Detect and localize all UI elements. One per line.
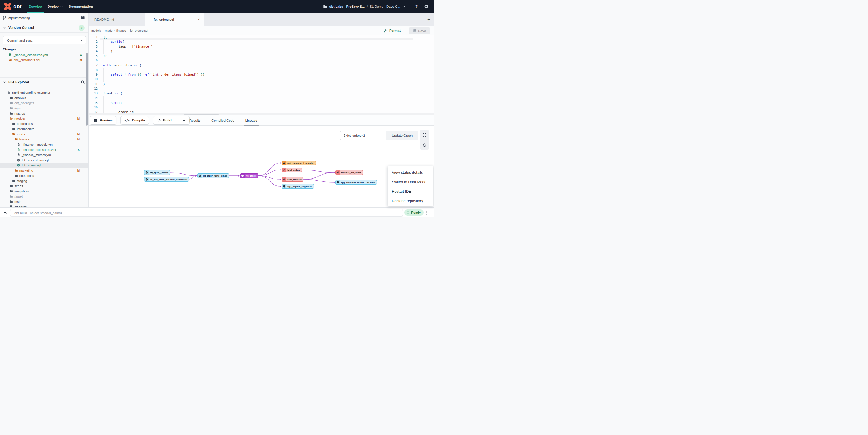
nav-item-documentation[interactable]: Documentation — [66, 0, 96, 13]
tree-item-fct_orders.sql[interactable]: fct_orders.sql — [0, 163, 88, 168]
reset-view-button[interactable] — [423, 143, 427, 147]
tree-item-analysis[interactable]: analysis — [0, 95, 88, 100]
lineage-controls — [420, 130, 429, 150]
lineage-node-int_line_items_amounts_calculated[interactable]: int_line_items_amounts_calculated — [144, 177, 189, 182]
settings-button[interactable] — [423, 3, 430, 10]
lineage-node-real_exposure_i_promise[interactable]: real_exposure_i_promise — [282, 161, 316, 165]
help-button[interactable]: ? — [413, 3, 420, 10]
code-editor[interactable]: 1234567891011121314151617 {{ config( tag… — [89, 35, 434, 113]
tree-item-label: macros — [14, 112, 25, 115]
hscrollbar-thumb[interactable] — [184, 114, 219, 115]
tree-item-snapshots[interactable]: snapshots — [0, 189, 88, 194]
close-icon[interactable]: × — [197, 17, 200, 22]
menu-item-reclone-repository[interactable]: Reclone repository — [388, 196, 433, 206]
tree-item-_finance_exposures.yml[interactable]: _finance_exposures.ymlA — [0, 147, 88, 152]
preview-button[interactable]: Preview — [90, 116, 116, 125]
nav-item-develop[interactable]: Develop — [26, 0, 45, 13]
lineage-node-stg_tpch__orders[interactable]: stg_tpch__orders — [144, 170, 170, 175]
line-number: 15 — [89, 101, 98, 105]
fullscreen-button[interactable] — [423, 133, 427, 137]
tree-item-gitignore[interactable]: gitignore — [0, 204, 88, 207]
tree-item-seeds[interactable]: seeds — [0, 183, 88, 189]
compile-button[interactable]: </>Compile — [120, 116, 149, 125]
panel-tab-compiled-code[interactable]: Compiled Code — [210, 115, 236, 126]
file-search-button[interactable] — [81, 80, 85, 84]
format-button[interactable]: Format — [383, 26, 401, 35]
account-switcher[interactable]: dbt Labs - ProServ S... / SL Demo - Dave… — [323, 5, 405, 9]
button-divider — [177, 116, 177, 125]
tree-item-fct_order_items.sql[interactable]: fct_order_items.sql — [0, 158, 88, 163]
code-line: select — [103, 101, 411, 105]
lineage-node-fct_orders[interactable]: fct_orders — [240, 173, 258, 178]
file-explorer-header[interactable]: File Explorer — [0, 77, 88, 87]
cube-icon — [240, 174, 245, 178]
panel-tab-lineage[interactable]: Lineage — [244, 115, 259, 126]
tab-fct-orders[interactable]: fct_orders.sql × — [145, 13, 205, 26]
new-tab-button[interactable]: + — [427, 13, 430, 26]
breadcrumb-marts[interactable]: marts — [105, 29, 112, 32]
menu-item-view-status-details[interactable]: View status details — [388, 168, 433, 177]
tree-item-marts[interactable]: martsM — [0, 132, 88, 137]
lineage-node-total_orders[interactable]: total_orders — [282, 168, 302, 172]
file-icon — [17, 143, 20, 146]
tree-item-_finance_metrics.yml[interactable]: _finance_metrics.yml — [0, 152, 88, 158]
editor-hscrollbar[interactable] — [89, 113, 434, 115]
commit-and-sync-button[interactable]: Commit and sync — [3, 36, 86, 44]
tree-item-operations[interactable]: operations — [0, 173, 88, 178]
build-button[interactable]: Build — [153, 116, 190, 125]
docs-button[interactable] — [81, 16, 85, 20]
status-badge[interactable]: Ready — [404, 209, 424, 216]
folder-open-icon — [7, 91, 11, 94]
tree-item-finance[interactable]: financeM — [0, 137, 88, 142]
tab-readme[interactable]: README.md — [89, 13, 145, 26]
git-branch-row[interactable]: sqlfluff-meeting — [0, 13, 88, 23]
panel-tab-results[interactable]: Results — [188, 115, 202, 126]
menu-item-switch-to-dark-mode[interactable]: Switch to Dark Mode — [388, 177, 433, 187]
lineage-canvas[interactable]: Update Graph stg_tpch__ordersint_line_it… — [89, 126, 434, 207]
tree-item-target[interactable]: target — [0, 194, 88, 199]
folder-icon — [9, 184, 13, 188]
tree-item-intermediate[interactable]: intermediate — [0, 126, 88, 132]
breadcrumb-finance[interactable]: finance — [116, 29, 126, 32]
command-bar-menu-button[interactable] — [425, 210, 428, 216]
expand-command-bar-button[interactable] — [3, 210, 7, 215]
tree-item-staging[interactable]: staging — [0, 178, 88, 183]
tree-item-tests[interactable]: tests — [0, 199, 88, 204]
menu-item-restart-ide[interactable]: Restart IDE — [388, 187, 433, 196]
nav-item-label: Develop — [29, 5, 42, 8]
lineage-node-total_revenue[interactable]: total_revenue — [282, 177, 304, 182]
cube-icon — [336, 180, 340, 184]
file-tree-scrollbar[interactable] — [86, 53, 88, 126]
version-control-header[interactable]: Version Control 2 — [0, 23, 88, 33]
lineage-node-int_order_items_joined[interactable]: int_order_items_joined — [197, 173, 229, 178]
lineage-node-agg_regions_segments[interactable]: agg_regions_segments — [282, 184, 314, 189]
minimap[interactable] — [413, 37, 425, 57]
folder-icon — [14, 174, 18, 177]
breadcrumb-fct_orders.sql[interactable]: fct_orders.sql — [130, 29, 148, 32]
lineage-filter-input[interactable] — [340, 131, 386, 140]
tree-item-rapid-onboarding-exemplar[interactable]: rapid-onboarding-exemplar — [0, 90, 88, 95]
lineage-node-revenue_per_order[interactable]: revenue_per_order — [335, 170, 363, 175]
tree-item-_finance__models.yml[interactable]: _finance__models.yml — [0, 142, 88, 147]
commit-options-button[interactable] — [77, 36, 86, 44]
lineage-node-agg_customer_orders__all_time[interactable]: agg_customer_orders__all_time — [335, 180, 377, 185]
dbt-logo[interactable]: dbt — [4, 3, 21, 10]
tree-item-models[interactable]: modelsM — [0, 116, 88, 121]
save-button[interactable]: Save — [409, 27, 430, 34]
build-options-button[interactable] — [180, 119, 186, 122]
tree-item-marketing[interactable]: marketingM — [0, 168, 88, 173]
tree-item-aggregates[interactable]: aggregates — [0, 121, 88, 126]
update-graph-button[interactable]: Update Graph — [386, 131, 418, 140]
nav-item-deploy[interactable]: Deploy — [45, 0, 66, 13]
changed-file-row[interactable]: dim_customers.sqlM — [0, 57, 88, 63]
breadcrumb-models[interactable]: models — [91, 29, 101, 32]
cube-icon — [8, 58, 12, 62]
tree-item-macros[interactable]: macros — [0, 111, 88, 116]
tree-item-logs[interactable]: logs — [0, 106, 88, 111]
git-branch-icon — [3, 16, 7, 20]
folder-icon — [323, 5, 327, 9]
tree-item-dbt_packages[interactable]: dbt_packages — [0, 100, 88, 106]
dbt-command-input[interactable] — [10, 209, 403, 216]
changed-file-row[interactable]: _finance_exposures.ymlA — [0, 52, 88, 57]
file-icon — [17, 153, 20, 157]
